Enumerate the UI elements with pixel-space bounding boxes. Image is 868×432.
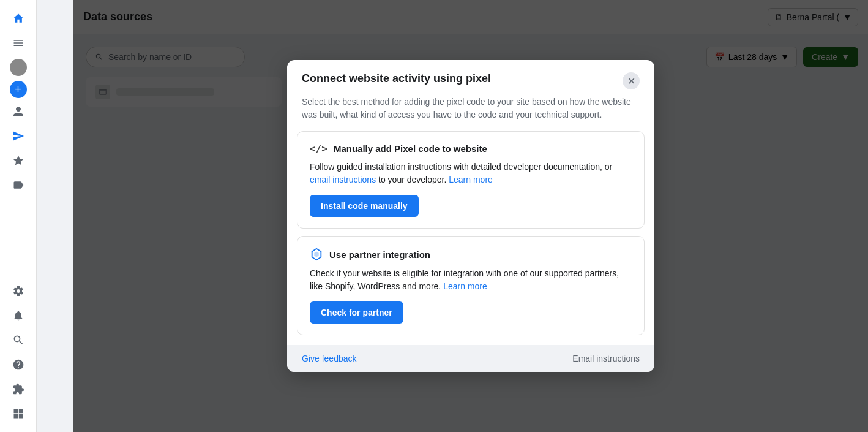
sidebar-icon-puzzle[interactable]: [7, 378, 29, 400]
sidebar-icon-tag[interactable]: [7, 174, 29, 196]
email-instructions-footer: Email instructions: [572, 354, 640, 363]
sidebar: +: [0, 0, 37, 432]
give-feedback-link[interactable]: Give feedback: [302, 354, 357, 363]
manual-learn-more-link[interactable]: Learn more: [449, 175, 493, 184]
modal-header: Connect website activity using pixel ✕: [287, 60, 654, 89]
modal-subtitle: Select the best method for adding the pi…: [287, 89, 654, 131]
code-icon: </>: [310, 143, 327, 154]
sidebar-icon-send[interactable]: [7, 125, 29, 147]
check-for-partner-button[interactable]: Check for partner: [310, 301, 403, 324]
modal-body: </> Manually add Pixel code to website F…: [287, 131, 654, 345]
connect-pixel-modal: Connect website activity using pixel ✕ S…: [287, 60, 654, 372]
install-code-label: Install code manually: [321, 201, 408, 211]
partner-icon: [310, 248, 323, 261]
modal-overlay: Connect website activity using pixel ✕ S…: [73, 0, 868, 432]
sidebar-icon-search[interactable]: [7, 329, 29, 351]
sidebar-icon-help[interactable]: [7, 354, 29, 376]
manual-desc-after: to your developer.: [376, 175, 449, 184]
sidebar-icon-home[interactable]: [7, 7, 29, 29]
sidebar-icon-person[interactable]: [7, 100, 29, 123]
partner-option-title: Use partner integration: [329, 249, 430, 260]
sidebar-avatar[interactable]: [10, 59, 27, 76]
feedback-label: Give feedback: [302, 354, 357, 363]
sidebar-icon-grid[interactable]: [7, 403, 29, 425]
manual-option-header: </> Manually add Pixel code to website: [310, 143, 632, 154]
modal-close-button[interactable]: ✕: [623, 72, 640, 89]
partner-option-desc: Check if your website is eligible for in…: [310, 267, 632, 293]
close-icon: ✕: [627, 75, 635, 87]
manual-desc-before: Follow guided installation instructions …: [310, 162, 612, 172]
partner-learn-more-link[interactable]: Learn more: [443, 281, 487, 291]
check-partner-label: Check for partner: [321, 308, 392, 317]
install-code-manually-button[interactable]: Install code manually: [310, 195, 419, 217]
modal-title: Connect website activity using pixel: [302, 72, 491, 85]
partner-option-header: Use partner integration: [310, 248, 632, 261]
sidebar-add-button[interactable]: +: [10, 81, 27, 98]
modal-footer: Give feedback Email instructions: [287, 345, 654, 372]
manual-option-title: Manually add Pixel code to website: [334, 143, 487, 154]
manual-option-desc: Follow guided installation instructions …: [310, 161, 632, 186]
sidebar-icon-menu[interactable]: [7, 32, 29, 54]
email-instructions-link[interactable]: email instructions: [310, 175, 376, 184]
sidebar-icon-settings[interactable]: [7, 280, 29, 302]
svg-marker-1: [314, 251, 318, 257]
partner-integration-option: Use partner integration Check if your we…: [297, 236, 645, 335]
sidebar-icon-star[interactable]: [7, 150, 29, 172]
sidebar-icon-bell[interactable]: [7, 305, 29, 327]
manual-install-option: </> Manually add Pixel code to website F…: [297, 131, 645, 229]
